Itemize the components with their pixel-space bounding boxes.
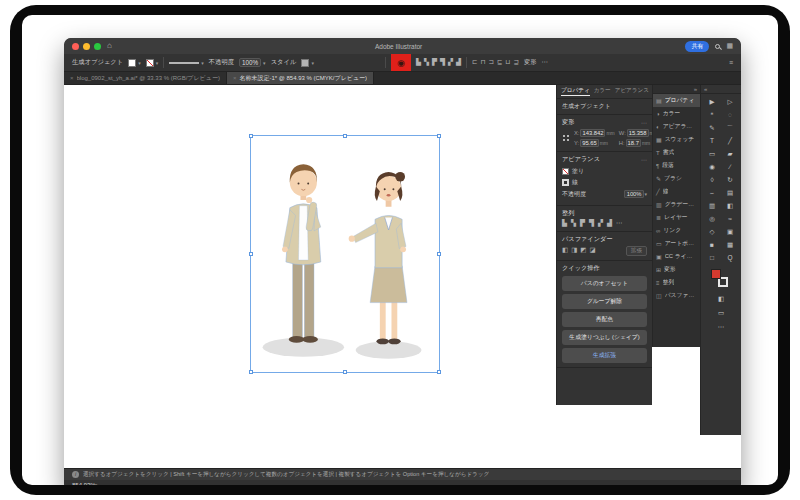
h-align-center-icon[interactable]: ▚ (424, 59, 429, 66)
zoom-level[interactable]: 854.93% (72, 482, 96, 485)
y-value[interactable]: 95.65 (580, 139, 599, 147)
dock-item-cc-libraries[interactable]: ▣CC ライブラリ (653, 250, 700, 263)
gradient-tool[interactable]: ◇ (710, 226, 715, 238)
panel-tab-appearance[interactable]: アピアランス (615, 87, 649, 96)
magic-wand-tool[interactable]: ＊ (709, 109, 716, 121)
align-top-icon[interactable]: ▜ (589, 220, 594, 227)
close-tab-icon[interactable]: × (70, 75, 74, 81)
zoom-tool[interactable]: Q (727, 252, 732, 264)
panel-tab-properties[interactable]: プロパティ (561, 87, 590, 96)
fill-stroke-control[interactable] (711, 269, 729, 289)
align-center-h-icon[interactable]: ▚ (571, 220, 576, 227)
fill-color-swatch[interactable] (128, 59, 136, 67)
canvas[interactable] (250, 135, 440, 373)
selection-handle[interactable] (437, 252, 441, 256)
fill-swatch[interactable] (562, 168, 569, 175)
free-transform-tool[interactable]: ▥ (709, 200, 715, 212)
arrange-documents-icon[interactable]: ▦ (726, 42, 733, 50)
close-window-button[interactable] (72, 43, 79, 50)
generative-fill-shape-button[interactable]: 生成塗りつぶし (シェイプ) (562, 330, 647, 345)
highlighted-generative-button[interactable]: ◉ (391, 54, 411, 72)
pathfinder-unite-icon[interactable]: ◧ (562, 247, 568, 254)
dock-item-links[interactable]: ∞リンク (653, 224, 700, 237)
selection-handle[interactable] (249, 134, 253, 138)
expand-button[interactable]: 拡張 (626, 246, 647, 256)
collapse-toolbar-icon[interactable]: « (701, 85, 741, 94)
panel-tab-color[interactable]: カラー (594, 87, 611, 96)
dock-item-properties[interactable]: ▤プロパティ (653, 94, 700, 107)
chevron-down-icon[interactable]: ▾ (644, 191, 647, 197)
more-tools-icon[interactable]: ⋯ (718, 321, 725, 333)
fill-indicator[interactable] (711, 269, 721, 279)
shape-builder-tool[interactable]: ◧ (727, 200, 733, 212)
dock-item-artboards[interactable]: ▭アートボード (653, 237, 700, 250)
zoom-window-button[interactable] (94, 43, 101, 50)
minimize-window-button[interactable] (83, 43, 90, 50)
distribute-top-icon[interactable]: ⊏ (472, 59, 477, 66)
pencil-tool[interactable]: ∕ (729, 161, 730, 173)
ungroup-button[interactable]: グループ解除 (562, 294, 647, 309)
selection-handle[interactable] (249, 252, 253, 256)
v-align-top-icon[interactable]: ▜ (440, 59, 445, 66)
align-bottom-icon[interactable]: ▟ (607, 220, 612, 227)
more-align-icon[interactable]: ⋯ (616, 220, 623, 227)
zoom-dropdown-icon[interactable]: ▾ (95, 482, 98, 485)
selection-handle[interactable] (249, 370, 253, 374)
lasso-tool[interactable]: ◌ (728, 109, 732, 121)
stroke-width-control[interactable] (169, 62, 199, 64)
direct-selection-tool[interactable]: ▷ (728, 96, 733, 108)
pathfinder-minus-front-icon[interactable]: ◨ (571, 247, 577, 254)
selection-handle[interactable] (437, 370, 441, 374)
eraser-tool[interactable]: ◊ (710, 174, 713, 186)
search-icon[interactable] (715, 44, 720, 49)
paintbrush-tool[interactable]: ◉ (709, 161, 715, 173)
selection-handle[interactable] (343, 370, 347, 374)
artboard-tool[interactable]: □ (710, 252, 714, 264)
draw-mode-icon[interactable]: ◧ (718, 293, 724, 305)
distribute-center-v-icon[interactable]: ⊓ (480, 59, 485, 66)
type-tool[interactable]: T (710, 135, 714, 147)
mesh-tool[interactable]: ≈ (728, 213, 732, 225)
scale-tool[interactable]: ⇔ (709, 187, 716, 199)
dock-item-color[interactable]: ◑カラー (653, 107, 700, 120)
recolor-button[interactable]: 再配色 (562, 312, 647, 327)
dock-item-stroke[interactable]: ╱線 (653, 185, 700, 198)
h-align-left-icon[interactable]: ▙ (416, 59, 421, 66)
more-options-icon[interactable]: ⋯ (641, 119, 647, 126)
w-value[interactable]: 15.358 (627, 129, 649, 137)
width-tool[interactable]: ▤ (727, 187, 733, 199)
offset-path-button[interactable]: パスのオフセット (562, 276, 647, 291)
x-value[interactable]: 143.842 (580, 129, 605, 137)
h-value[interactable]: 18.7 (626, 139, 641, 147)
line-segment-tool[interactable]: ╱ (728, 135, 732, 147)
home-icon[interactable]: ⌂ (107, 42, 112, 50)
dock-item-pathfinder[interactable]: ◫パスファインダー (653, 289, 700, 302)
chevron-down-icon[interactable]: ▾ (156, 60, 159, 66)
dock-item-align[interactable]: ≡整列 (653, 276, 700, 289)
selection-handle[interactable] (437, 134, 441, 138)
chevron-down-icon[interactable]: ▾ (138, 60, 141, 66)
screen-mode-icon[interactable]: ▭ (718, 307, 724, 319)
dock-item-character[interactable]: T書式 (653, 146, 700, 159)
chevron-down-icon[interactable]: ▾ (201, 60, 204, 66)
symbol-sprayer-tool[interactable]: ▦ (727, 239, 733, 251)
eyedropper-tool[interactable]: ▣ (727, 226, 733, 238)
selection-bounding-box[interactable] (250, 135, 440, 373)
opacity-value[interactable]: 100% (624, 190, 645, 198)
distribute-right-icon[interactable]: ⊒ (513, 59, 518, 66)
pen-tool[interactable]: ✎ (709, 122, 714, 134)
align-center-v-icon[interactable]: ▞ (598, 220, 603, 227)
distribute-left-icon[interactable]: ⊑ (497, 59, 502, 66)
dock-item-appearance[interactable]: ◐アピアランス (653, 120, 700, 133)
rotate-tool[interactable]: ↻ (727, 174, 732, 186)
document-tab-1[interactable]: × blog_0902_st_yh_a.ai* @ 33.33 % (RGB/プ… (64, 72, 227, 84)
pathfinder-intersect-icon[interactable]: ◩ (580, 247, 586, 254)
distribute-center-h-icon[interactable]: ⊔ (505, 59, 510, 66)
close-tab-icon[interactable]: × (233, 75, 237, 81)
dock-item-gradient[interactable]: ▥グラデーション (653, 198, 700, 211)
selection-handle[interactable] (343, 134, 347, 138)
stroke-swatch[interactable] (562, 179, 569, 186)
pathfinder-exclude-icon[interactable]: ◪ (589, 247, 595, 254)
panel-menu-icon[interactable]: ≡ (729, 59, 733, 66)
shaper-tool[interactable]: ▰ (728, 148, 733, 160)
